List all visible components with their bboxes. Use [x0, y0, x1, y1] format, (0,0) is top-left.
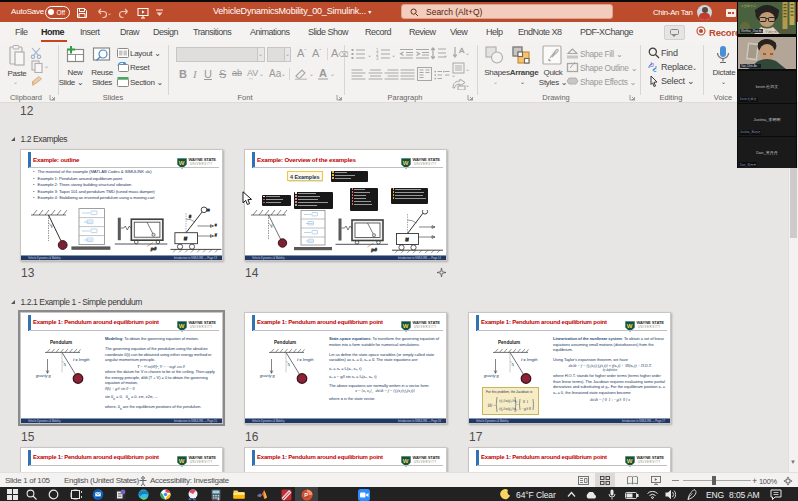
svg-text:𝕎 =: 𝕎 =	[487, 403, 496, 408]
svg-text:P: P	[304, 492, 308, 498]
svg-text:θ: θ	[512, 363, 514, 367]
svg-text:gravity g: gravity g	[36, 373, 52, 378]
svg-text:gravity g: gravity g	[260, 373, 276, 378]
svg-text:ℓ = length: ℓ = length	[296, 357, 313, 362]
svg-text:3: 3	[376, 56, 379, 61]
svg-text:Tan, Chin-An: Tan, Chin-An	[741, 64, 758, 68]
svg-text:字迹红色 文字标语行: 字迹红色 文字标语行	[765, 30, 793, 34]
svg-text:W: W	[403, 458, 409, 464]
svg-text:Pendulum: Pendulum	[274, 340, 296, 345]
svg-text:Pendulum: Pendulum	[498, 340, 520, 345]
svg-text:s: s	[215, 223, 217, 227]
svg-text:W: W	[403, 160, 409, 166]
svg-text:μ=0: μ=0	[150, 247, 156, 251]
svg-text:W: W	[179, 323, 185, 329]
svg-text:0 1: 0 1	[523, 400, 529, 404]
svg-text:W: W	[179, 160, 185, 166]
svg-text:θ: θ	[288, 363, 290, 367]
svg-text:θ: θ	[64, 363, 66, 367]
svg-text:gravity g: gravity g	[484, 373, 500, 378]
svg-text:m: m	[207, 208, 210, 212]
svg-text:∂f₂/∂x₂: ∂f₂/∂x₂	[508, 407, 518, 411]
svg-text:M: M	[184, 237, 187, 241]
svg-text:⊕金融大学: ⊕金融大学	[741, 4, 757, 8]
svg-text:M: M	[406, 238, 409, 242]
svg-text:W: W	[627, 458, 633, 464]
svg-text:−g/ℓ 0: −g/ℓ 0	[522, 407, 532, 411]
svg-text:μ=0: μ=0	[371, 248, 377, 252]
svg-text:W: W	[627, 323, 633, 329]
svg-text:Pendulum: Pendulum	[50, 340, 72, 345]
svg-text:WeiHao_Zhai 翟…: WeiHao_Zhai 翟…	[741, 29, 764, 33]
svg-text:θ: θ	[189, 215, 191, 219]
svg-text:=: =	[516, 403, 519, 407]
svg-text:ℓ = length: ℓ = length	[72, 357, 89, 362]
svg-text:ℓ = length: ℓ = length	[520, 357, 537, 362]
svg-text:W: W	[403, 323, 409, 329]
svg-text:x: x	[214, 233, 217, 237]
svg-text:W: W	[179, 458, 185, 464]
